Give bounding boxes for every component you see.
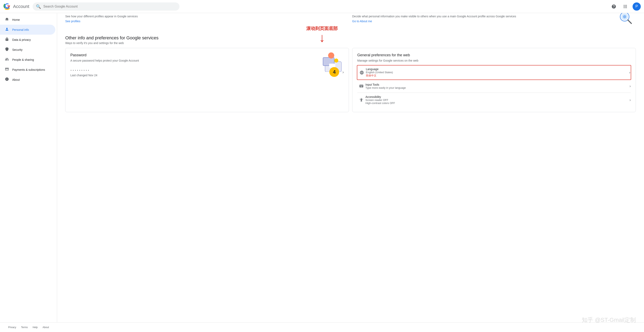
password-dots: ········· [70,67,97,73]
svg-point-7 [334,58,338,62]
accessibility-item[interactable]: Accessibility Screen reader OFF High-con… [357,93,631,107]
help-button[interactable] [610,2,618,10]
language-text: Language English (United States) 简体中文 [366,68,629,78]
footer-privacy[interactable]: Privacy [8,326,16,329]
general-prefs-title: General preferences for the web [357,53,631,57]
search-bar: 🔍 [33,2,180,10]
keyboard-icon [357,82,366,90]
search-icon: 🔍 [36,4,41,9]
sidebar-item-about[interactable]: About [0,75,55,85]
sidebar-item-people-sharing[interactable]: People & sharing [0,55,55,65]
input-tools-arrow: › [630,84,631,88]
input-tools-text: Input Tools Type more easily in your lan… [366,83,630,89]
password-desc: A secure password helps protect your Goo… [70,59,344,62]
people-icon [5,57,9,62]
footer-terms[interactable]: Terms [21,326,28,329]
password-row[interactable]: ········· Last changed Nov 24 4 › [70,66,344,78]
layout: Home Personal info Data & privacy Securi… [0,13,644,322]
home-icon [5,17,9,22]
header-actions: P [610,2,641,10]
password-card-content: Password A secure password helps protect… [70,53,344,78]
sidebar-item-security[interactable]: Security [0,45,55,55]
password-info: ········· Last changed Nov 24 [70,67,97,77]
sidebar-item-home[interactable]: Home [0,15,55,25]
section-heading: Other info and preferences for Google se… [65,35,636,45]
cards-row: Password A secure password helps protect… [65,48,636,112]
general-prefs-desc: Manage settings for Google services on t… [357,59,631,62]
header-title: Account [13,4,29,9]
svg-point-6 [328,52,334,58]
accessibility-arrow: › [630,98,631,102]
person-icon [5,27,9,32]
footer-about[interactable]: About [42,326,49,329]
accessibility-icon [357,96,366,104]
top-cards: See how your different profiles appear i… [65,13,636,23]
help-icon [611,4,616,9]
section-subtitle: Ways to verify it's you and settings for… [65,42,636,45]
sidebar-item-personal-info[interactable]: Personal info [0,25,55,35]
sidebar: Home Personal info Data & privacy Securi… [0,13,57,322]
payment-icon [5,67,9,72]
sidebar-item-data-privacy[interactable]: Data & privacy [0,35,55,45]
password-card: Password A secure password helps protect… [65,48,349,112]
header: Account 🔍 P [0,0,644,13]
section-title: Other info and preferences for Google se… [65,35,636,40]
language-icon [358,68,366,77]
language-item[interactable]: Language English (United States) 简体中文 › [357,65,631,80]
footer: Privacy Terms Help About [0,322,644,332]
go-to-about-me-link[interactable]: Go to About me [352,20,372,23]
profiles-desc: See how your different profiles appear i… [65,15,349,18]
footer-help[interactable]: Help [33,326,38,329]
password-title: Password [70,53,344,57]
about-desc: Decide what personal information you mak… [352,15,636,18]
accessibility-text: Accessibility Screen reader OFF High-con… [366,95,630,104]
lock-icon [5,37,9,42]
google-account-logo[interactable]: Account [3,2,29,10]
general-prefs-card: General preferences for the web Manage s… [352,48,636,112]
apps-icon [623,4,628,9]
info-icon [5,77,9,82]
language-arrow: › [629,70,630,75]
about-me-card: Decide what personal information you mak… [352,15,636,23]
shield-icon [5,47,9,52]
apps-button[interactable] [621,2,629,10]
step-badge: 4 [329,67,339,77]
avatar[interactable]: P [632,2,641,10]
see-profiles-link[interactable]: See profiles [65,20,80,23]
password-changed: Last changed Nov 24 [70,74,97,77]
google-logo-icon [3,2,12,10]
input-tools-item[interactable]: Input Tools Type more easily in your lan… [357,80,631,93]
main-content: See how your different profiles appear i… [57,13,644,322]
profiles-card: See how your different profiles appear i… [65,15,349,23]
search-input[interactable] [44,5,176,8]
svg-line-2 [628,20,631,24]
sidebar-item-payments[interactable]: Payments & subscriptions [0,65,55,75]
